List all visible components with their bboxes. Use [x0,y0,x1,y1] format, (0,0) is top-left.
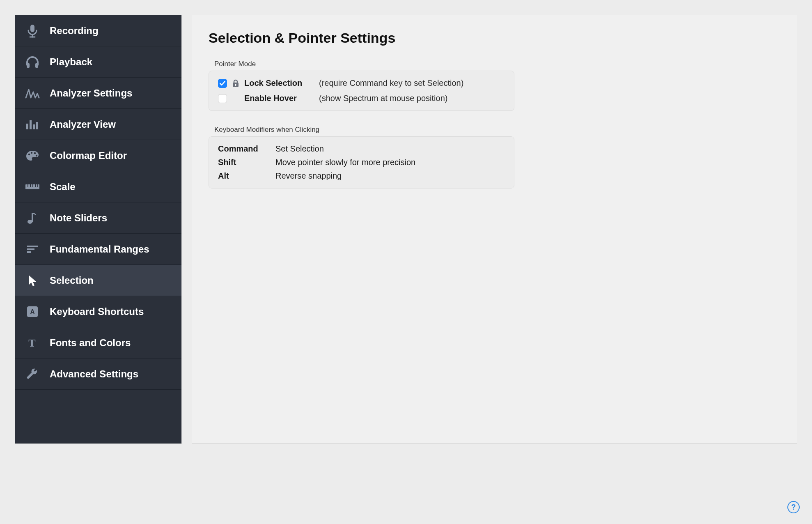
sidebar-item-label: Fonts and Colors [50,337,131,349]
sidebar-item-advanced-settings[interactable]: Advanced Settings [15,359,181,390]
svg-rect-21 [27,246,38,247]
svg-text:T: T [28,337,35,349]
svg-rect-22 [27,248,34,250]
svg-rect-4 [35,63,38,68]
enable-hover-row: Enable Hover (show Spectrum at mouse pos… [218,94,505,103]
keyboard-modifiers-panel: Command Set Selection Shift Move pointer… [209,136,514,188]
svg-rect-23 [27,251,31,253]
bars-icon [23,119,42,130]
svg-point-9 [28,153,30,155]
sidebar-item-fundamental-ranges[interactable]: Fundamental Ranges [15,234,181,265]
sidebar-item-selection[interactable]: Selection [15,265,181,296]
headphones-icon [23,56,42,68]
svg-rect-6 [30,120,32,129]
modifier-key: Shift [218,158,275,167]
lock-selection-label: Lock Selection [244,78,314,88]
enable-hover-label: Enable Hover [244,94,314,103]
svg-rect-3 [27,63,30,68]
modifier-row-alt: Alt Reverse snapping [218,171,505,181]
sidebar-item-scale[interactable]: Scale [15,171,181,202]
note-icon [23,211,42,225]
palette-icon [23,149,42,162]
sidebar-item-analyzer-view[interactable]: Analyzer View [15,109,181,140]
svg-point-10 [31,152,32,153]
svg-rect-0 [30,25,34,32]
modifier-key: Command [218,144,275,154]
modifier-row-shift: Shift Move pointer slowly for more preci… [218,158,505,167]
cursor-icon [23,274,42,287]
sidebar-item-colormap-editor[interactable]: Colormap Editor [15,140,181,171]
sidebar-item-label: Note Sliders [50,212,107,224]
wrench-icon [23,368,42,381]
sidebar-item-label: Analyzer Settings [50,87,132,99]
sidebar-item-label: Selection [50,275,94,286]
pointer-mode-panel: Lock Selection (require Command key to s… [209,71,514,111]
sidebar-item-analyzer-settings[interactable]: Analyzer Settings [15,78,181,109]
modifier-val: Set Selection [275,144,324,154]
svg-rect-8 [36,122,38,129]
sidebar-item-keyboard-shortcuts[interactable]: A Keyboard Shortcuts [15,296,181,327]
sidebar-item-label: Playback [50,56,92,68]
sidebar-item-label: Advanced Settings [50,368,138,380]
modifier-val: Reverse snapping [275,171,342,181]
lock-icon [232,79,239,87]
settings-sidebar: Recording Playback Analyzer Settings Ana… [15,15,182,444]
help-button[interactable]: ? [787,501,800,513]
enable-hover-desc: (show Spectrum at mouse position) [319,94,447,103]
svg-point-11 [34,152,36,154]
modifier-val: Move pointer slowly for more precision [275,158,415,167]
typography-icon: T [23,337,42,349]
sidebar-item-label: Scale [50,181,76,193]
section-label-keyboard-modifiers: Keyboard Modifiers when Clicking [214,126,780,134]
page-title: Selection & Pointer Settings [209,30,780,46]
settings-content: Selection & Pointer Settings Pointer Mod… [192,15,797,444]
lock-selection-row: Lock Selection (require Command key to s… [218,78,505,88]
section-label-pointer-mode: Pointer Mode [214,60,780,68]
ruler-icon [23,183,42,191]
svg-rect-28 [235,84,236,86]
sidebar-item-label: Fundamental Ranges [50,244,149,255]
svg-rect-5 [26,124,28,129]
sidebar-item-label: Colormap Editor [50,150,127,161]
sidebar-item-label: Keyboard Shortcuts [50,306,144,317]
ranges-icon [23,244,42,255]
help-icon: ? [791,503,796,512]
sidebar-item-playback[interactable]: Playback [15,46,181,78]
waveform-icon [23,88,42,99]
svg-text:A: A [30,308,35,315]
modifier-key: Alt [218,171,275,181]
svg-rect-7 [33,124,35,129]
sidebar-item-fonts-and-colors[interactable]: T Fonts and Colors [15,327,181,359]
microphone-icon [23,24,42,38]
enable-hover-checkbox[interactable] [218,94,227,103]
lock-selection-desc: (require Command key to set Selection) [319,78,463,88]
lock-selection-checkbox[interactable] [218,79,227,88]
sidebar-item-note-sliders[interactable]: Note Sliders [15,202,181,234]
sidebar-item-label: Recording [50,25,99,37]
keycap-icon: A [23,306,42,318]
sidebar-item-label: Analyzer View [50,119,116,130]
modifier-row-command: Command Set Selection [218,144,505,154]
sidebar-item-recording[interactable]: Recording [15,15,181,46]
svg-rect-20 [32,213,33,222]
svg-point-12 [36,154,37,156]
